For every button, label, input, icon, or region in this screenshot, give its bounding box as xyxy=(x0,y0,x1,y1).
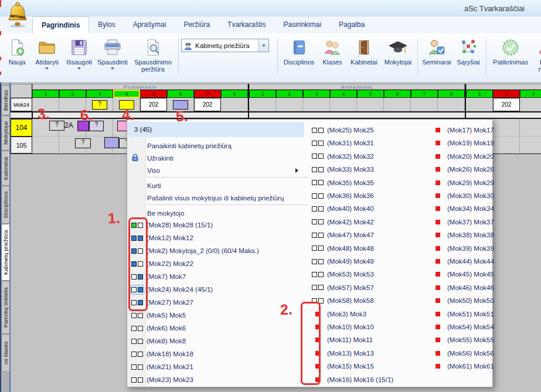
menu-item[interactable]: (Mok18) Mok18 xyxy=(131,348,193,360)
check-button[interactable]: Patikrinimas xyxy=(489,35,532,66)
menu-command-6[interactable]: Be mokytojo xyxy=(147,207,304,219)
menu-item[interactable]: (Mok20) Mok20 xyxy=(431,151,494,162)
period-header[interactable]: 2 xyxy=(59,90,86,98)
menu-item[interactable]: (Mok33) Mok33 xyxy=(311,163,374,175)
menu-item[interactable]: (Mok30) Mok30 xyxy=(431,190,494,202)
grid-cell[interactable] xyxy=(249,98,276,111)
room-cell[interactable]: 202 xyxy=(194,98,221,111)
menu-item[interactable]: (Mok19) Mok19 xyxy=(431,137,494,149)
sidebar-tab-3[interactable]: Kabinetai xyxy=(1,151,10,186)
sidebar-tab-1[interactable]: Bendras xyxy=(1,85,10,115)
tab-pagrindinis[interactable]: Pagrindinis xyxy=(32,16,89,33)
tab-pasirinkimai[interactable]: Pasirinkimai xyxy=(274,16,330,33)
menu-item[interactable]: (Mok13) Mok13 xyxy=(311,347,374,359)
grid-cell[interactable] xyxy=(466,98,493,111)
grid-cell[interactable] xyxy=(493,137,520,154)
period-header[interactable]: 7 xyxy=(194,90,221,98)
period-header[interactable]: 6 xyxy=(384,90,411,98)
period-header[interactable]: 1 xyxy=(32,90,59,98)
dropdown-caret-icon[interactable] xyxy=(111,67,114,70)
tab-pagalba[interactable]: Pagalba xyxy=(330,16,373,33)
grid-cell[interactable] xyxy=(411,98,438,111)
menu-item[interactable]: (Mok51) Mok51 xyxy=(431,308,494,320)
new-button[interactable]: Nauja xyxy=(4,35,30,66)
menu-item[interactable]: (Mok5) Mok5 xyxy=(131,309,186,321)
menu-item[interactable]: (Mok8) Mok8 xyxy=(131,335,186,347)
room-cell[interactable]: 202 xyxy=(140,98,167,111)
menu-item[interactable]: (Mok32) Mok32 xyxy=(311,151,374,162)
menu-item[interactable]: (Mok38) Mok38 xyxy=(431,229,494,241)
sidebar-tab-6[interactable]: Pamokų tinklelis xyxy=(1,281,10,334)
dropdown-caret-icon[interactable] xyxy=(45,67,49,70)
menu-item[interactable]: (Mok56) Mok56 xyxy=(431,347,494,359)
menu-item[interactable]: (Mok37) Mok37 xyxy=(431,216,494,228)
menu-item[interactable]: (Mok58) Mok58 xyxy=(311,295,374,306)
dropdown-caret-icon[interactable] xyxy=(77,67,81,70)
grid-cell[interactable] xyxy=(221,98,248,111)
grid-cell[interactable] xyxy=(330,98,357,111)
lesson-card-yellow[interactable]: ? xyxy=(92,100,107,110)
view-mode-combobox[interactable]: Kabinetų priežiūra xyxy=(181,39,269,52)
teachers-button[interactable]: Mokytojai xyxy=(381,35,415,66)
menu-item[interactable]: (Mok25) Mok25 xyxy=(311,124,374,136)
relations-button[interactable]: Sąryšiai xyxy=(453,35,484,66)
period-header[interactable]: 8 xyxy=(438,90,465,98)
grid-cell[interactable] xyxy=(520,137,541,154)
menu-command-3[interactable]: Viso xyxy=(147,164,304,176)
subjects-button[interactable]: Disciplinos xyxy=(280,35,318,66)
menu-item[interactable]: (Mok6) Mok6 xyxy=(131,322,186,334)
period-header[interactable]: 4 xyxy=(330,90,357,98)
sidebar-tab-5[interactable]: Kabinetų priežiūra xyxy=(1,224,10,281)
row-header-104[interactable]: 104 xyxy=(11,119,32,137)
period-header[interactable]: 6 xyxy=(167,90,194,98)
grid-cell[interactable] xyxy=(303,98,330,111)
tab-tvarkaraštis[interactable]: Tvarkaraštis xyxy=(219,16,274,33)
menu-item[interactable]: (Mok16) Mok16 (15/1) xyxy=(311,374,393,386)
menu-item[interactable]: (Mok46) Mok46 xyxy=(431,282,494,294)
menu-command-2[interactable]: Užrakinti xyxy=(147,152,304,164)
combobox-dropdown-button[interactable] xyxy=(258,39,268,52)
period-header[interactable]: 4 xyxy=(113,90,140,98)
period-header[interactable]: 1 xyxy=(466,90,493,98)
period-header[interactable]: 5 xyxy=(140,90,167,98)
classrooms-button[interactable]: Kabinetai xyxy=(347,35,381,66)
open-button[interactable]: Atidaryti xyxy=(30,35,63,70)
menu-command-5[interactable]: Pašalinti visus mokytojus iš kabinetų pr… xyxy=(147,192,304,204)
menu-item[interactable]: (Mok10) Mok10 xyxy=(311,321,374,333)
save-button[interactable]: Išsaugoti xyxy=(63,35,95,70)
menu-item[interactable]: (Mok49) Mok49 xyxy=(311,255,374,267)
grid-cell[interactable] xyxy=(520,98,541,111)
menu-item[interactable]: (Mok53) Mok53 xyxy=(311,268,374,280)
menu-item[interactable]: (Mok44) Mok44 xyxy=(431,255,494,267)
sidebar-tab-4[interactable]: Disciplinos xyxy=(1,186,10,224)
menu-item[interactable]: (Mok23) Mok23 xyxy=(131,374,193,386)
menu-item[interactable]: (Mok35) Mok35 xyxy=(311,177,374,189)
period-header[interactable]: 8 xyxy=(221,90,248,98)
lesson-card-lavender[interactable] xyxy=(104,137,119,148)
menu-item[interactable]: (Mok17) Mok17 xyxy=(431,124,494,136)
room-cell[interactable]: 202 xyxy=(493,98,520,111)
row-header-mok24[interactable]: Mok24 xyxy=(11,98,32,111)
menu-item[interactable]: (Mok42) Mok42 xyxy=(311,216,374,228)
menu-item[interactable]: (Mok29) Mok29 xyxy=(431,177,494,189)
period-header[interactable]: 1 xyxy=(249,90,276,98)
menu-item[interactable]: (Mok34) Mok34 xyxy=(431,203,494,214)
menu-item[interactable]: (Mok45) Mok45 xyxy=(431,268,494,280)
period-header[interactable]: 3 xyxy=(303,90,330,98)
tab-peržiūra[interactable]: Peržiūra xyxy=(175,16,219,33)
period-header[interactable]: 3 xyxy=(86,90,113,98)
period-header[interactable]: 2 xyxy=(276,90,303,98)
menu-item[interactable]: (Mok50) Mok50 xyxy=(431,295,494,306)
menu-item[interactable]: (Mok40) Mok40 xyxy=(311,203,374,214)
classes-button[interactable]: Klasės xyxy=(318,35,347,66)
menu-item[interactable]: (Mok54) Mok54 xyxy=(431,321,494,333)
print-button[interactable]: Spausdinti xyxy=(95,35,130,70)
grid-cell[interactable] xyxy=(438,98,465,111)
sidebar-tab-7[interactable]: os klasės xyxy=(1,334,10,372)
lesson-card-unknown[interactable]: ? xyxy=(75,138,91,148)
menu-item[interactable]: (Mok2) Mokytoja_2 (0/0) (60/4 Maks.) xyxy=(131,245,259,257)
print-preview-button[interactable]: Spausdinimo peržiūra xyxy=(130,35,176,73)
menu-command-4[interactable]: Kurti xyxy=(147,179,304,192)
period-header[interactable]: 7 xyxy=(411,90,438,98)
menu-item[interactable]: (Mok48) Mok48 xyxy=(311,243,374,254)
